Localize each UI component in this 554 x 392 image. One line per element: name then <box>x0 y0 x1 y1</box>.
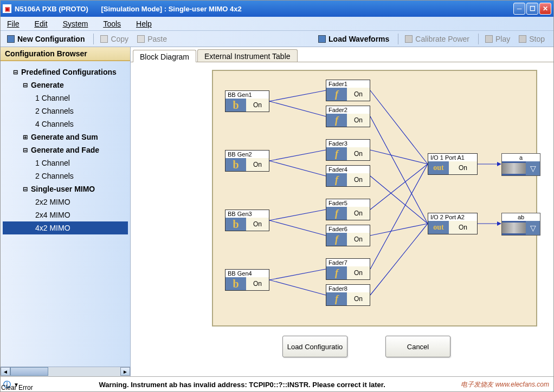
f-icon: f <box>326 88 347 101</box>
menu-help[interactable]: Help <box>136 19 152 28</box>
window-mode: [Simulation Mode] : Single-user MIMO 4x2 <box>101 5 241 13</box>
f3-label: Fader3 <box>326 140 370 147</box>
tab-block-diagram[interactable]: Block Diagram <box>133 50 196 62</box>
block-bb-gen3[interactable]: BB Gen3 bOn <box>225 210 269 231</box>
separator <box>398 34 398 44</box>
tree-fade-1ch[interactable]: 1 Channel <box>3 156 128 169</box>
scroll-thumb[interactable] <box>10 367 48 376</box>
out-icon: out <box>428 221 449 234</box>
calibrate-button[interactable]: Calibrate Power <box>402 34 473 44</box>
dropdown-icon[interactable]: ▽ <box>526 221 540 235</box>
load-label: Load Waveforms <box>328 35 389 43</box>
tree-gen-4ch[interactable]: 4 Channels <box>3 117 128 130</box>
tree-generate[interactable]: ⊟Generate <box>3 79 128 92</box>
scroll-right-icon[interactable]: ► <box>120 367 130 376</box>
bb1-label: BB Gen1 <box>226 91 269 99</box>
menubar: File Edit System Tools Help <box>1 17 553 31</box>
b-icon: b <box>226 158 246 171</box>
copy-label: Copy <box>111 35 128 43</box>
io2-label: I/O 2 Port A2 <box>428 213 477 221</box>
load-config-button[interactable]: Load Configuratio <box>282 336 347 357</box>
copy-button[interactable]: Copy <box>97 34 132 44</box>
block-fader5[interactable]: Fader5fOn <box>326 199 370 220</box>
block-fader6[interactable]: Fader6fOn <box>326 225 370 246</box>
tree-gen-2ch[interactable]: 2 Channels <box>3 104 128 117</box>
diagram-area: BB Gen1 bOn BB Gen2 bOn BB Gen3 bOn BB G… <box>131 62 553 376</box>
config-tree: ⊟Predefined Configurations ⊟Generate 1 C… <box>1 61 130 367</box>
calibrate-label: Calibrate Power <box>415 35 469 43</box>
f5-state: On <box>347 207 370 220</box>
menu-tools[interactable]: Tools <box>103 19 121 28</box>
bb4-label: BB Gen4 <box>226 270 269 277</box>
tab-external-instrument[interactable]: External Instrument Table <box>197 49 298 62</box>
tree-gensum[interactable]: ⊞Generate and Sum <box>3 130 128 143</box>
block-fader7[interactable]: Fader7fOn <box>326 258 370 280</box>
paste-button[interactable]: Paste <box>134 34 170 44</box>
f8-state: On <box>347 292 370 305</box>
instrument-icon <box>502 161 526 175</box>
f2-label: Fader2 <box>326 106 370 114</box>
bb3-label: BB Gen3 <box>226 210 269 218</box>
block-fader3[interactable]: Fader3fOn <box>326 139 370 161</box>
f1-state: On <box>347 88 370 101</box>
tree-gen-1ch[interactable]: 1 Channel <box>3 92 128 104</box>
tree-su-mimo[interactable]: ⊟Single-user MIMO <box>3 182 128 195</box>
titlebar-text: N5106A PXB (PROTO) [Simulation Mode] : S… <box>15 5 513 13</box>
stop-icon <box>519 35 526 43</box>
play-button[interactable]: Play <box>482 34 513 44</box>
tree-genfade[interactable]: ⊟Generate and Fade <box>3 143 128 156</box>
instr-ab-label: ab <box>502 213 540 221</box>
status-message: Warning. Instrument ab has invalid addre… <box>23 381 461 389</box>
instrument-a[interactable]: a ▽ <box>501 153 540 176</box>
toolbar: New Configuration Copy Paste Load Wavefo… <box>1 31 553 47</box>
f6-label: Fader6 <box>326 225 370 233</box>
new-config-button[interactable]: New Configuration <box>4 34 88 44</box>
block-fader1[interactable]: Fader1fOn <box>326 80 370 101</box>
load-waveforms-button[interactable]: Load Waveforms <box>315 34 392 44</box>
tree-fade-2ch[interactable]: 2 Channels <box>3 169 128 182</box>
maximize-button[interactable]: ☐ <box>526 3 538 15</box>
play-icon <box>485 35 493 43</box>
cancel-button[interactable]: Cancel <box>385 336 450 357</box>
tree-root[interactable]: ⊟Predefined Configurations <box>3 66 128 79</box>
block-bb-gen2[interactable]: BB Gen2 bOn <box>225 150 269 172</box>
scroll-track[interactable] <box>10 367 120 376</box>
bb4-state: On <box>246 277 269 290</box>
menu-file[interactable]: File <box>7 19 20 28</box>
clear-error-button[interactable]: Clear Error <box>1 384 33 391</box>
tree-4x2-mimo[interactable]: 4x2 MIMO <box>3 221 128 234</box>
instrument-icon <box>502 221 526 235</box>
tree-2x2-mimo[interactable]: 2x2 MIMO <box>3 195 128 208</box>
new-icon <box>7 35 15 43</box>
f-icon: f <box>326 147 347 160</box>
b-icon: b <box>226 99 246 112</box>
block-bb-gen1[interactable]: BB Gen1 bOn <box>225 90 269 112</box>
block-io2[interactable]: I/O 2 Port A2outOn <box>428 213 478 234</box>
bb1-state: On <box>246 99 269 112</box>
block-bb-gen4[interactable]: BB Gen4 bOn <box>225 269 269 291</box>
menu-edit[interactable]: Edit <box>35 19 48 28</box>
paste-label: Paste <box>147 35 167 43</box>
block-io1[interactable]: I/O 1 Port A1outOn <box>428 153 478 175</box>
block-fader2[interactable]: Fader2fOn <box>326 106 370 127</box>
paste-icon <box>137 35 145 43</box>
f1-label: Fader1 <box>326 80 370 88</box>
minimize-button[interactable]: ─ <box>513 3 525 15</box>
instrument-ab[interactable]: ab ▽ <box>501 213 540 236</box>
f-icon: f <box>326 292 347 305</box>
stop-button[interactable]: Stop <box>516 34 548 44</box>
close-button[interactable]: ✕ <box>539 3 551 15</box>
calibrate-icon <box>405 35 413 43</box>
f7-label: Fader7 <box>326 259 370 266</box>
scroll-left-icon[interactable]: ◄ <box>1 367 10 376</box>
tree-2x4-mimo[interactable]: 2x4 MIMO <box>3 208 128 221</box>
b-icon: b <box>226 218 246 231</box>
separator <box>93 34 94 44</box>
menu-system[interactable]: System <box>63 19 88 28</box>
sidebar-hscroll[interactable]: ◄ ► <box>1 367 130 376</box>
block-fader4[interactable]: Fader4fOn <box>326 165 370 187</box>
block-fader8[interactable]: Fader8fOn <box>326 284 370 306</box>
separator <box>478 34 479 44</box>
f7-state: On <box>347 266 370 279</box>
dropdown-icon[interactable]: ▽ <box>526 161 540 175</box>
